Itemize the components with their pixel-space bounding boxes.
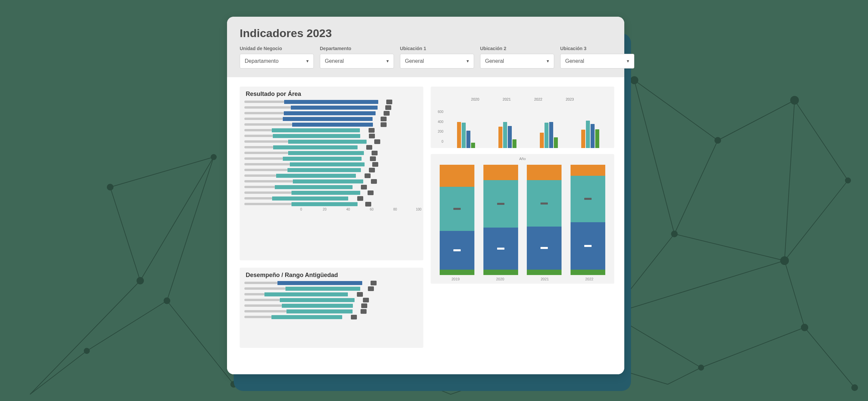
bar bbox=[471, 143, 475, 148]
hbar-row bbox=[244, 151, 418, 155]
hbar-fill bbox=[273, 134, 360, 138]
svg-line-15 bbox=[674, 140, 718, 234]
axis-tick: 40 bbox=[346, 207, 350, 211]
filter-3: Ubicación 2General▼ bbox=[480, 46, 554, 68]
hbar-row bbox=[244, 105, 418, 110]
hbar-fill bbox=[272, 197, 348, 200]
filter-select[interactable]: Departamento▼ bbox=[240, 54, 314, 68]
svg-line-25 bbox=[805, 327, 855, 388]
bar bbox=[549, 122, 553, 148]
legend-item: 2023 bbox=[565, 97, 574, 101]
svg-line-4 bbox=[87, 301, 167, 351]
category-placeholder bbox=[244, 305, 282, 307]
hbar-marker bbox=[372, 151, 378, 155]
hbar-marker bbox=[357, 292, 363, 297]
hbar-row bbox=[244, 281, 418, 285]
hbar-track bbox=[288, 151, 418, 155]
axis-tick: 20 bbox=[323, 207, 327, 211]
filter-select[interactable]: General▼ bbox=[320, 54, 394, 68]
axis-tick: 400 bbox=[432, 120, 443, 124]
hbar-marker bbox=[366, 145, 372, 150]
bar bbox=[545, 123, 549, 148]
hbar-fill bbox=[282, 304, 353, 308]
category-placeholder bbox=[244, 135, 273, 137]
filter-select[interactable]: General▼ bbox=[560, 54, 634, 68]
hbar-marker bbox=[369, 168, 375, 172]
bar bbox=[591, 124, 595, 148]
stacked-bar bbox=[440, 165, 474, 275]
category-placeholder bbox=[244, 101, 284, 103]
legend-item: 2021 bbox=[503, 97, 511, 101]
svg-line-14 bbox=[795, 100, 848, 180]
hbar-track bbox=[283, 157, 418, 161]
hbar-marker bbox=[380, 117, 386, 121]
svg-line-23 bbox=[784, 100, 795, 261]
hbar-marker bbox=[365, 202, 371, 206]
hbar-fill bbox=[288, 140, 367, 144]
hbar-marker bbox=[383, 111, 390, 116]
filter-label: Departamento bbox=[320, 46, 394, 51]
stack-segment-orange bbox=[484, 165, 518, 180]
svg-line-13 bbox=[718, 100, 795, 140]
svg-line-5 bbox=[30, 351, 87, 394]
category-placeholder bbox=[244, 157, 283, 160]
svg-point-29 bbox=[211, 154, 216, 160]
hbar-chart bbox=[244, 99, 418, 206]
hbar-marker bbox=[361, 185, 367, 190]
svg-point-39 bbox=[671, 231, 677, 237]
hbar-track bbox=[277, 281, 418, 285]
hbar-track bbox=[272, 197, 418, 200]
stack-segment-green bbox=[570, 270, 605, 275]
bar-group bbox=[457, 122, 475, 148]
hbar-track bbox=[291, 202, 418, 206]
axis-tick: 60 bbox=[370, 207, 374, 211]
hbar-marker bbox=[361, 309, 367, 314]
category-placeholder bbox=[244, 186, 275, 188]
hbar-marker bbox=[374, 139, 380, 144]
stack-segment-blue bbox=[570, 222, 605, 270]
hbar-fill bbox=[292, 123, 373, 127]
hbar-track bbox=[290, 163, 418, 166]
svg-line-2 bbox=[110, 157, 214, 187]
hbar-row bbox=[244, 286, 418, 291]
hbar-row bbox=[244, 196, 418, 200]
chevron-down-icon: ▼ bbox=[546, 59, 550, 63]
hbar-row bbox=[244, 145, 418, 149]
hbar-marker bbox=[369, 134, 375, 138]
hbar-row bbox=[244, 162, 418, 166]
hbar-fill bbox=[280, 298, 355, 302]
hbar-row bbox=[244, 173, 418, 178]
category-placeholder bbox=[244, 310, 286, 312]
hbar-track bbox=[275, 185, 418, 189]
hbar-fill bbox=[285, 287, 360, 291]
bar bbox=[513, 139, 517, 148]
category-placeholder bbox=[244, 180, 293, 182]
hbar-fill bbox=[273, 145, 358, 149]
dashboard-header: Indicadores 2023 Unidad de NegocioDepart… bbox=[227, 17, 624, 77]
hbar-marker bbox=[371, 179, 377, 184]
filter-select[interactable]: General▼ bbox=[480, 54, 554, 68]
hbar-track bbox=[282, 304, 418, 308]
category-placeholder bbox=[244, 146, 273, 148]
svg-line-17 bbox=[784, 180, 848, 261]
category-placeholder bbox=[244, 169, 287, 171]
filter-label: Unidad de Negocio bbox=[240, 46, 314, 51]
hbar-marker bbox=[370, 156, 376, 161]
category-placeholder bbox=[244, 106, 291, 109]
svg-line-0 bbox=[30, 281, 140, 394]
svg-line-6 bbox=[140, 157, 214, 281]
svg-line-16 bbox=[674, 234, 784, 261]
hbar-track bbox=[284, 111, 418, 115]
category-label: 2019 bbox=[452, 277, 460, 281]
panel-stacked-annual: Año 2019202020212022 bbox=[431, 154, 614, 284]
stack-segment-green bbox=[527, 270, 561, 275]
svg-point-42 bbox=[699, 365, 704, 370]
filter-select[interactable]: General▼ bbox=[400, 54, 474, 68]
category-placeholder bbox=[244, 123, 292, 126]
bar-group bbox=[498, 122, 517, 148]
stacked-bar bbox=[570, 165, 605, 275]
filter-value: General bbox=[325, 58, 344, 64]
hbar-track bbox=[276, 174, 418, 178]
hbar-track bbox=[292, 123, 418, 127]
filter-value: General bbox=[565, 58, 584, 64]
